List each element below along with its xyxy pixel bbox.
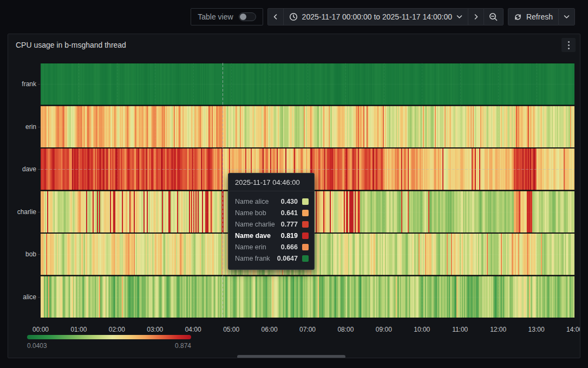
y-axis-tick [38, 297, 40, 298]
series-color-swatch [302, 255, 309, 262]
tooltip-series-row: Name bob0.641 [235, 207, 309, 218]
x-axis-label: 07:00 [296, 326, 319, 333]
series-color-swatch [302, 221, 309, 228]
time-picker-group: 2025-11-17 00:00:00 to 2025-11-17 14:00:… [267, 8, 504, 25]
cpu-usage-panel: CPU usage in b-msghand thread frankerind… [8, 34, 580, 358]
color-legend: 0.0403 0.874 [27, 335, 191, 350]
series-color-swatch [302, 233, 309, 239]
series-label: Name dave [235, 232, 281, 240]
tooltip-body: Name alice0.430Name bob0.641Name charlie… [228, 191, 314, 269]
panel-menu-button[interactable] [561, 38, 576, 52]
series-value: 0.430 [281, 198, 298, 205]
series-label: Name frank [235, 255, 277, 262]
series-color-swatch [302, 244, 309, 250]
x-axis-label: 11:00 [448, 326, 472, 333]
y-axis-tick [38, 254, 40, 255]
y-axis-tick [38, 212, 40, 212]
chart-tooltip: 2025-11-17 04:46:00 Name alice0.430Name … [228, 173, 315, 270]
table-view-toggle[interactable] [239, 12, 256, 21]
panel-header: CPU usage in b-msghand thread [8, 34, 580, 56]
chevron-right-icon [473, 14, 479, 20]
series-label: Name bob [235, 209, 281, 217]
y-axis-tick [38, 127, 40, 127]
series-value: 0.641 [281, 209, 298, 217]
top-bar: Table view 2025-11-17 00:00:00 to 2025-1… [0, 0, 588, 34]
time-range-button[interactable]: 2025-11-17 00:00:00 to 2025-11-17 14:00:… [283, 8, 468, 25]
y-axis-label-alice: alice [8, 293, 36, 301]
series-value: 0.819 [281, 232, 298, 240]
x-axis-label: 06:00 [258, 326, 282, 333]
x-axis-label: 10:00 [410, 326, 434, 333]
refresh-button[interactable]: Refresh [508, 8, 558, 25]
time-range-label: 2025-11-17 00:00:00 to 2025-11-17 14:00:… [302, 12, 452, 21]
x-axis-label: 12:00 [486, 326, 510, 333]
table-view-label: Table view [198, 12, 233, 21]
time-shift-back-button[interactable] [267, 8, 283, 25]
tooltip-series-row: Name frank0.0647 [235, 253, 309, 264]
x-axis-label: 09:00 [372, 326, 396, 333]
series-label: Name erin [235, 243, 281, 251]
refresh-icon [514, 13, 522, 21]
kebab-icon [568, 41, 570, 43]
y-axis-label-charlie: charlie [8, 208, 36, 216]
x-axis-label: 00:00 [29, 326, 53, 333]
series-color-swatch [302, 210, 309, 216]
y-axis-tick [38, 84, 40, 85]
series-value: 0.0647 [277, 255, 298, 262]
legend-min-label: 0.0403 [27, 342, 47, 350]
series-label: Name charlie [235, 221, 281, 228]
refresh-interval-dropdown[interactable] [558, 8, 575, 25]
y-axis-label-bob: bob [8, 250, 36, 258]
x-axis-label: 03:00 [143, 326, 167, 333]
legend-max-label: 0.874 [175, 342, 191, 350]
x-axis-label: 04:00 [181, 326, 205, 333]
y-axis-label-dave: dave [8, 165, 36, 173]
tooltip-series-row: Name charlie0.777 [235, 218, 309, 230]
series-value: 0.777 [281, 221, 298, 228]
tooltip-series-row: Name dave0.819 [235, 230, 309, 241]
x-axis-label: 08:00 [334, 326, 357, 333]
x-axis-label: 13:00 [525, 326, 548, 333]
legend-gradient-bar [27, 335, 191, 339]
y-axis-label-erin: erin [8, 123, 36, 131]
series-label: Name alice [235, 198, 281, 205]
series-color-swatch [302, 198, 309, 205]
chevron-down-icon [564, 15, 570, 19]
chevron-left-icon [273, 14, 278, 20]
toggle-knob [240, 14, 246, 20]
table-view-control: Table view [191, 8, 263, 25]
x-axis-label: 01:00 [67, 326, 90, 333]
tooltip-title: 2025-11-17 04:46:00 [228, 173, 314, 191]
horizontal-scrollbar[interactable] [237, 355, 345, 358]
panel-title: CPU usage in b-msghand thread [16, 41, 561, 49]
y-axis-label-frank: frank [8, 80, 36, 88]
clock-icon [289, 12, 298, 21]
x-axis-label: 02:00 [105, 326, 129, 333]
zoom-out-icon [489, 12, 498, 22]
tooltip-series-row: Name alice0.430 [235, 196, 309, 207]
refresh-label: Refresh [526, 12, 553, 21]
x-axis-label: 05:00 [219, 326, 243, 333]
chevron-down-icon [456, 15, 462, 19]
refresh-group: Refresh [508, 8, 575, 25]
tooltip-series-row: Name erin0.666 [235, 241, 309, 253]
y-axis-tick [38, 169, 40, 170]
x-axis-label: 14:00 [563, 326, 580, 333]
series-value: 0.666 [281, 243, 298, 251]
zoom-out-button[interactable] [484, 8, 504, 25]
time-shift-forward-button[interactable] [468, 8, 484, 25]
